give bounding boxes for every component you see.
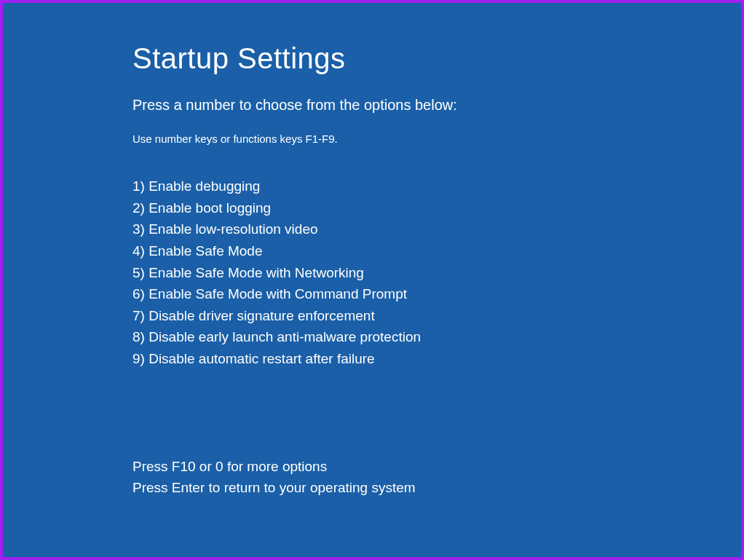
option-disable-automatic-restart[interactable]: 9) Disable automatic restart after failu… bbox=[132, 348, 741, 370]
footer-more-options: Press F10 or 0 for more options bbox=[132, 456, 741, 478]
startup-settings-screen: Startup Settings Press a number to choos… bbox=[3, 3, 741, 557]
footer: Press F10 or 0 for more options Press En… bbox=[132, 456, 741, 499]
hint-text: Use number keys or functions keys F1-F9. bbox=[132, 133, 741, 145]
option-enable-safe-mode-command-prompt[interactable]: 6) Enable Safe Mode with Command Prompt bbox=[132, 283, 741, 305]
option-enable-safe-mode[interactable]: 4) Enable Safe Mode bbox=[132, 240, 741, 262]
footer-return-os: Press Enter to return to your operating … bbox=[132, 477, 741, 499]
page-title: Startup Settings bbox=[132, 42, 741, 75]
option-disable-early-launch-anti-malware[interactable]: 8) Disable early launch anti-malware pro… bbox=[132, 326, 741, 348]
option-enable-debugging[interactable]: 1) Enable debugging bbox=[132, 176, 741, 197]
option-enable-low-resolution-video[interactable]: 3) Enable low-resolution video bbox=[132, 218, 741, 240]
option-disable-driver-signature-enforcement[interactable]: 7) Disable driver signature enforcement bbox=[132, 305, 741, 327]
instruction-text: Press a number to choose from the option… bbox=[132, 97, 741, 114]
option-enable-boot-logging[interactable]: 2) Enable boot logging bbox=[132, 197, 741, 219]
options-list: 1) Enable debugging 2) Enable boot loggi… bbox=[132, 176, 741, 370]
option-enable-safe-mode-networking[interactable]: 5) Enable Safe Mode with Networking bbox=[132, 262, 741, 284]
